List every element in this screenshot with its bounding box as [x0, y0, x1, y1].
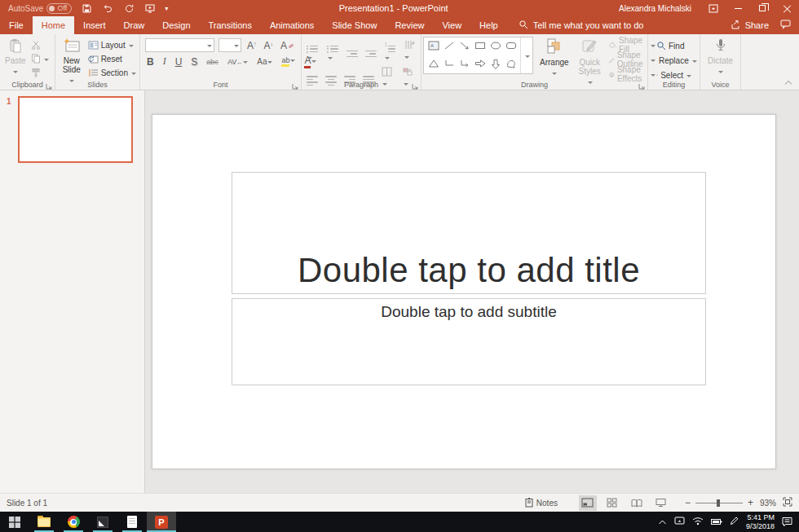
format-painter-icon[interactable]: [31, 67, 49, 78]
shape-arrow-icon[interactable]: [458, 40, 471, 53]
tab-insert[interactable]: Insert: [74, 16, 115, 34]
shapes-gallery-more-icon[interactable]: [520, 37, 532, 73]
slide-sorter-view-button[interactable]: [603, 495, 621, 511]
shape-line-icon[interactable]: [443, 40, 456, 53]
change-case-button[interactable]: Aa: [255, 57, 274, 66]
numbering-button[interactable]: [327, 38, 340, 62]
tab-animations[interactable]: Animations: [261, 16, 323, 34]
increase-indent-button[interactable]: [365, 43, 377, 57]
autosave-toggle[interactable]: Off: [46, 3, 72, 14]
strikethrough-button[interactable]: abc: [205, 58, 220, 66]
powerpoint-taskbar-icon[interactable]: P: [147, 512, 176, 532]
redo-icon[interactable]: [122, 2, 135, 15]
cut-icon[interactable]: [31, 39, 49, 51]
action-center-icon[interactable]: [782, 517, 792, 528]
pen-tray-icon[interactable]: [730, 517, 739, 527]
text-highlight-button[interactable]: ab: [280, 56, 297, 67]
start-button[interactable]: [0, 512, 29, 532]
comments-icon[interactable]: [780, 20, 791, 31]
shape-triangle-icon[interactable]: [427, 58, 440, 71]
start-slideshow-icon[interactable]: [143, 2, 157, 15]
minimize-button[interactable]: [726, 0, 750, 16]
tab-review[interactable]: Review: [386, 16, 433, 34]
save-icon[interactable]: [80, 2, 93, 15]
zoom-slider-thumb[interactable]: [717, 499, 720, 507]
chrome-taskbar-icon[interactable]: [59, 512, 88, 532]
dictate-dropdown[interactable]: [717, 67, 723, 76]
hidden-icons-chevron-icon[interactable]: [658, 517, 667, 527]
slide-thumbnail[interactable]: [18, 96, 133, 163]
fit-slide-to-window-icon[interactable]: [783, 497, 792, 508]
dark-app-taskbar-icon[interactable]: [88, 512, 117, 532]
notes-button[interactable]: Notes: [525, 498, 558, 508]
reading-view-button[interactable]: [628, 495, 646, 511]
slide-show-view-button[interactable]: [652, 495, 670, 511]
slide-editing-surface[interactable]: Double tap to add title Double tap to ad…: [152, 114, 776, 469]
zoom-percentage[interactable]: 93%: [760, 499, 776, 508]
tell-me-search[interactable]: Tell me what you want to do: [519, 16, 644, 34]
copy-icon[interactable]: [31, 53, 49, 64]
shape-freeform-icon[interactable]: [505, 58, 518, 71]
shape-right-arrow-icon[interactable]: [474, 58, 487, 71]
shape-elbow-arrow-connector-icon[interactable]: [458, 58, 471, 71]
arrange-dropdown[interactable]: [551, 68, 557, 77]
collapse-ribbon-icon[interactable]: [784, 77, 792, 87]
normal-view-button[interactable]: [579, 495, 597, 511]
dictate-button[interactable]: Dictate: [704, 37, 736, 77]
zoom-slider[interactable]: [695, 503, 743, 503]
shrink-font-button[interactable]: A↓: [262, 40, 275, 51]
undo-icon[interactable]: [101, 2, 114, 15]
close-button[interactable]: [775, 0, 799, 16]
paragraph-dialog-launcher-icon[interactable]: [412, 81, 419, 89]
autosave-control[interactable]: AutoSave Off: [8, 3, 72, 14]
find-button[interactable]: Find: [656, 40, 691, 51]
document-app-taskbar-icon[interactable]: [117, 512, 147, 532]
character-spacing-button[interactable]: AV↔: [226, 58, 249, 66]
drawing-dialog-launcher-icon[interactable]: [638, 81, 646, 89]
new-slide-button[interactable]: New Slide: [57, 37, 86, 86]
clipboard-dialog-launcher-icon[interactable]: [46, 81, 53, 89]
font-dialog-launcher-icon[interactable]: [292, 81, 299, 89]
display-tray-icon[interactable]: [674, 517, 685, 527]
select-button[interactable]: Select: [656, 69, 691, 81]
font-name-combobox[interactable]: [145, 38, 214, 52]
shape-rectangle-icon[interactable]: [474, 40, 487, 53]
paste-dropdown[interactable]: [12, 67, 18, 76]
bold-button[interactable]: B: [145, 56, 156, 68]
section-button[interactable]: Section: [88, 67, 136, 78]
arrange-button[interactable]: Arrange: [536, 37, 572, 79]
subtitle-placeholder[interactable]: Double tap to add subtitle: [232, 298, 706, 385]
layout-button[interactable]: Layout: [88, 39, 136, 51]
italic-button[interactable]: I: [161, 55, 168, 68]
font-size-combobox[interactable]: [219, 38, 241, 52]
battery-tray-icon[interactable]: [711, 517, 722, 527]
shape-elbow-connector-icon[interactable]: [443, 58, 456, 71]
text-direction-button[interactable]: A: [404, 40, 416, 61]
title-placeholder[interactable]: Double tap to add title: [232, 172, 706, 294]
shape-rounded-rectangle-icon[interactable]: [505, 40, 518, 53]
bullets-button[interactable]: [307, 38, 320, 62]
tab-slide-show[interactable]: Slide Show: [323, 16, 386, 34]
shape-oval-icon[interactable]: [489, 40, 502, 53]
text-shadow-button[interactable]: S: [189, 56, 199, 68]
zoom-out-button[interactable]: −: [685, 497, 691, 508]
restore-button[interactable]: [750, 0, 775, 16]
tab-file[interactable]: File: [0, 16, 33, 34]
shape-down-arrow-icon[interactable]: [489, 58, 502, 71]
decrease-indent-button[interactable]: [347, 43, 358, 57]
ribbon-display-options-icon[interactable]: [701, 0, 726, 16]
tab-home[interactable]: Home: [33, 16, 74, 34]
grow-font-button[interactable]: A↑: [245, 40, 258, 51]
line-spacing-button[interactable]: ↕: [384, 38, 396, 62]
tab-view[interactable]: View: [433, 16, 470, 34]
tab-help[interactable]: Help: [470, 16, 507, 34]
tab-design[interactable]: Design: [153, 16, 199, 34]
share-button[interactable]: Share: [731, 20, 769, 31]
file-explorer-taskbar-icon[interactable]: [29, 512, 59, 532]
paste-button[interactable]: Paste: [2, 37, 29, 77]
zoom-in-button[interactable]: +: [748, 497, 753, 508]
replace-button[interactable]: Replace: [656, 55, 691, 66]
underline-button[interactable]: U: [174, 56, 184, 68]
wifi-tray-icon[interactable]: [692, 517, 704, 527]
clear-formatting-button[interactable]: A: [279, 40, 296, 51]
